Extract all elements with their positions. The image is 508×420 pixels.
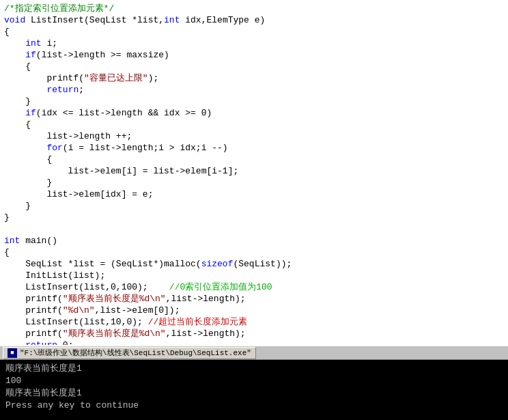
code-line: if(idx <= list->length && idx >= 0) bbox=[0, 107, 508, 119]
console-line-1: 顺序表当前长度是1 bbox=[5, 363, 503, 375]
code-line: /*指定索引位置添加元素*/ bbox=[0, 3, 508, 14]
code-line: } bbox=[0, 212, 508, 223]
code-line: for(i = list->length;i > idx;i --) bbox=[0, 142, 508, 154]
code-line: list->elem[idx] = e; bbox=[0, 188, 508, 200]
code-line: list->elem[i] = list->elem[i-1]; bbox=[0, 165, 508, 177]
code-line: { bbox=[0, 61, 508, 72]
code-line: { bbox=[0, 247, 508, 258]
console-line-3: 顺序表当前长度是1 bbox=[5, 387, 503, 400]
code-line: int i; bbox=[0, 38, 508, 49]
taskbar-label: "F:\班级作业\数据结构\线性表\SeqList\Debug\SeqList.… bbox=[20, 348, 251, 358]
code-line: ListInsert(list,10,0); //超过当前长度添加元素 bbox=[0, 316, 508, 328]
code-line: int main() bbox=[0, 235, 508, 247]
code-line: SeqList *list = (SeqList*)malloc(sizeof(… bbox=[0, 258, 508, 270]
console-area: 顺序表当前长度是1 100 顺序表当前长度是1 Press any key to… bbox=[0, 360, 508, 420]
code-line: printf("容量已达上限"); bbox=[0, 72, 508, 84]
code-line: return 0; bbox=[0, 339, 508, 345]
code-line: printf("顺序表当前长度是%d\n",list->length); bbox=[0, 328, 508, 339]
console-line-2: 100 bbox=[5, 375, 503, 387]
code-line: } bbox=[0, 200, 508, 212]
code-line: { bbox=[0, 119, 508, 130]
code-editor[interactable]: /*指定索引位置添加元素*/ void ListInsert(SeqList *… bbox=[0, 0, 508, 345]
code-line: if(list->length >= maxsize) bbox=[0, 49, 508, 61]
code-line bbox=[0, 223, 508, 235]
code-line: InitList(list); bbox=[0, 270, 508, 281]
taskbar-strip: ■ "F:\班级作业\数据结构\线性表\SeqList\Debug\SeqLis… bbox=[0, 345, 508, 360]
taskbar-item[interactable]: ■ "F:\班级作业\数据结构\线性表\SeqList\Debug\SeqLis… bbox=[3, 347, 256, 359]
code-line: printf("%d\n",list->elem[0]); bbox=[0, 305, 508, 316]
code-line: } bbox=[0, 177, 508, 188]
console-line-4: Press any key to continue bbox=[5, 400, 503, 412]
code-line: } bbox=[0, 96, 508, 107]
code-line: list->length ++; bbox=[0, 130, 508, 142]
app-icon: ■ bbox=[8, 348, 17, 358]
code-line: { bbox=[0, 26, 508, 38]
code-line: printf("顺序表当前长度是%d\n",list->length); bbox=[0, 293, 508, 305]
code-line: void ListInsert(SeqList *list,int idx,El… bbox=[0, 14, 508, 26]
code-line: { bbox=[0, 154, 508, 165]
code-line: return; bbox=[0, 84, 508, 96]
code-line: ListInsert(list,0,100); //0索引位置添加值为100 bbox=[0, 281, 508, 293]
